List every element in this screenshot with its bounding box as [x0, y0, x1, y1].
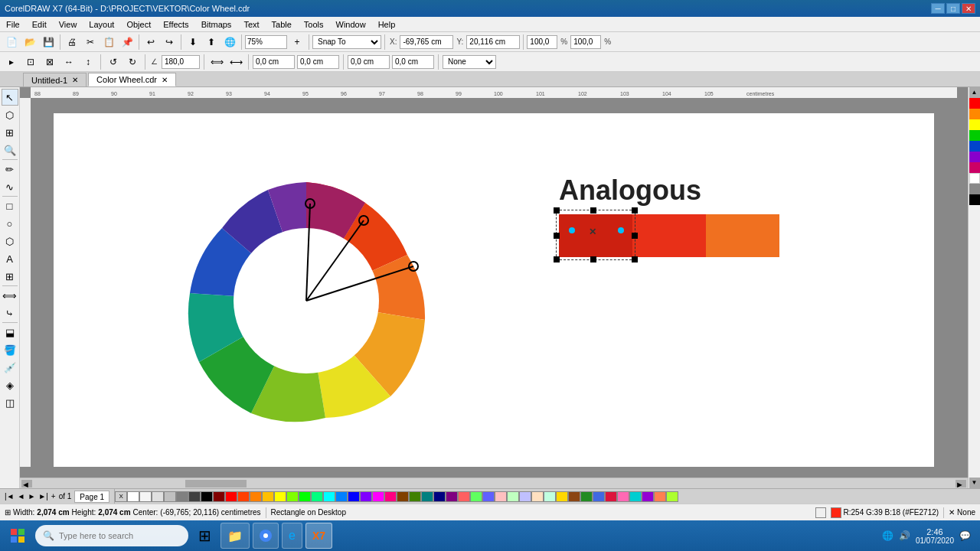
copy-button[interactable]: 📋	[100, 34, 117, 50]
search-bar[interactable]: 🔍	[35, 525, 188, 546]
crop-tool[interactable]: ⊞	[2, 124, 18, 141]
hscroll-right[interactable]: ►	[956, 480, 966, 487]
purple-swatch[interactable]	[446, 491, 458, 502]
vc-yellow[interactable]	[969, 119, 980, 130]
shadow-tool[interactable]: ◫	[2, 394, 18, 411]
page-label[interactable]: Page 1	[74, 491, 109, 503]
dark-gray-swatch[interactable]	[188, 491, 201, 502]
vc-blue[interactable]	[969, 141, 980, 152]
pink-swatch[interactable]	[495, 491, 507, 502]
saddle-swatch[interactable]	[568, 491, 580, 502]
navy-swatch[interactable]	[433, 491, 446, 502]
close-button[interactable]: ✕	[962, 3, 975, 14]
zoom-dropdown[interactable]	[245, 35, 287, 49]
paste-button[interactable]: 📌	[119, 34, 136, 50]
undo-button[interactable]: ↩	[142, 34, 159, 50]
green-swatch[interactable]	[299, 491, 311, 502]
tb2-btn5[interactable]: ↕	[80, 54, 96, 70]
greenyellow-swatch[interactable]	[666, 491, 678, 502]
zoom-in-button[interactable]: +	[289, 34, 305, 50]
no-fill-swatch[interactable]: X	[115, 491, 127, 502]
menu-help[interactable]: Help	[372, 17, 402, 31]
network-icon[interactable]: 🌐	[882, 530, 894, 542]
page-last[interactable]: ►|	[38, 492, 48, 500]
status-fill-color[interactable]	[831, 507, 841, 518]
import-button[interactable]: ⬇	[185, 34, 201, 50]
handle-ml[interactable]	[554, 233, 560, 239]
menu-view[interactable]: View	[53, 17, 83, 31]
menu-window[interactable]: Window	[330, 17, 372, 31]
y-input[interactable]	[466, 35, 520, 49]
x-input[interactable]	[400, 35, 453, 49]
light-green-swatch[interactable]	[507, 491, 519, 502]
status-lock-icon[interactable]	[815, 507, 826, 518]
vc-gray[interactable]	[969, 184, 980, 194]
orange-swatch[interactable]	[250, 491, 262, 502]
taskbar-corel-active[interactable]: X7	[305, 523, 332, 549]
vscroll-up[interactable]: ▲	[969, 87, 980, 98]
layer-dropdown[interactable]: None	[443, 55, 496, 69]
yellow-green-swatch[interactable]	[286, 491, 299, 502]
minimize-button[interactable]: ─	[931, 3, 945, 14]
volume-icon[interactable]: 🔊	[899, 530, 911, 542]
taskbar-explorer[interactable]: 📁	[220, 523, 250, 549]
handle-tm[interactable]	[590, 207, 596, 214]
periwinkle-swatch[interactable]	[482, 491, 495, 502]
brown-swatch[interactable]	[397, 491, 409, 502]
darkviolet-swatch[interactable]	[642, 491, 654, 502]
fill-tool[interactable]: 🪣	[2, 341, 18, 358]
pos-y1-input[interactable]	[297, 55, 339, 69]
notification-icon[interactable]: 💬	[959, 530, 971, 542]
text-tool[interactable]: A	[2, 250, 18, 267]
red-orange-swatch[interactable]	[237, 491, 250, 502]
publish-button[interactable]: 🌐	[221, 34, 238, 50]
rotate-left-button[interactable]: ↺	[105, 54, 122, 70]
crimson-swatch[interactable]	[605, 491, 617, 502]
rotate-right-button[interactable]: ↻	[124, 54, 141, 70]
vscroll-down[interactable]: ▼	[969, 478, 980, 488]
yellow-swatch[interactable]	[274, 491, 286, 502]
handle-bl[interactable]	[554, 256, 560, 262]
save-button[interactable]: 💾	[40, 34, 57, 50]
dim-tool[interactable]: ⟺	[2, 287, 18, 304]
pos-y2-input[interactable]	[392, 55, 434, 69]
canvas-content[interactable]: Analogous	[31, 98, 957, 467]
open-button[interactable]: 📂	[21, 34, 38, 50]
hscrollbar[interactable]: ◄ ►	[20, 478, 968, 488]
olive-swatch[interactable]	[409, 491, 421, 502]
rose-swatch[interactable]	[384, 491, 397, 502]
color-wheel[interactable]	[161, 144, 452, 465]
ellipse-tool[interactable]: ○	[2, 215, 18, 232]
vc-white[interactable]	[969, 173, 980, 184]
swatch-2[interactable]	[632, 214, 706, 257]
pos-x2-input[interactable]	[348, 55, 390, 69]
maximize-button[interactable]: □	[946, 3, 960, 14]
connector-tool[interactable]: ⤷	[2, 305, 18, 321]
page-next[interactable]: ►	[28, 492, 35, 500]
hscroll-left[interactable]: ◄	[21, 480, 32, 487]
menu-text[interactable]: Text	[237, 17, 265, 31]
spring-swatch[interactable]	[311, 491, 323, 502]
tab-colorwheel[interactable]: Color Wheel.cdr ✕	[88, 73, 176, 86]
page-add[interactable]: +	[51, 492, 56, 500]
red-swatch[interactable]	[225, 491, 237, 502]
cyan-swatch[interactable]	[323, 491, 335, 502]
gray-swatch[interactable]	[176, 491, 188, 502]
tb2-btn4[interactable]: ↔	[60, 54, 77, 70]
handle-tr[interactable]	[632, 207, 638, 214]
tab-close-untitled[interactable]: ✕	[72, 76, 78, 84]
swatch-3[interactable]	[706, 214, 779, 257]
cut-button[interactable]: ✂	[82, 34, 99, 50]
menu-object[interactable]: Object	[120, 17, 157, 31]
menu-file[interactable]: File	[0, 17, 26, 31]
silver-swatch[interactable]	[164, 491, 176, 502]
vc-violet[interactable]	[969, 152, 980, 162]
search-input[interactable]	[59, 531, 181, 540]
gold-swatch[interactable]	[556, 491, 568, 502]
taskbar-edge[interactable]: e	[282, 523, 302, 549]
vc-orange[interactable]	[969, 109, 980, 119]
task-view-button[interactable]: ⊞	[191, 523, 217, 549]
redo-button[interactable]: ↪	[161, 34, 178, 50]
darkturq-swatch[interactable]	[629, 491, 642, 502]
lightest-swatch[interactable]	[139, 491, 152, 502]
